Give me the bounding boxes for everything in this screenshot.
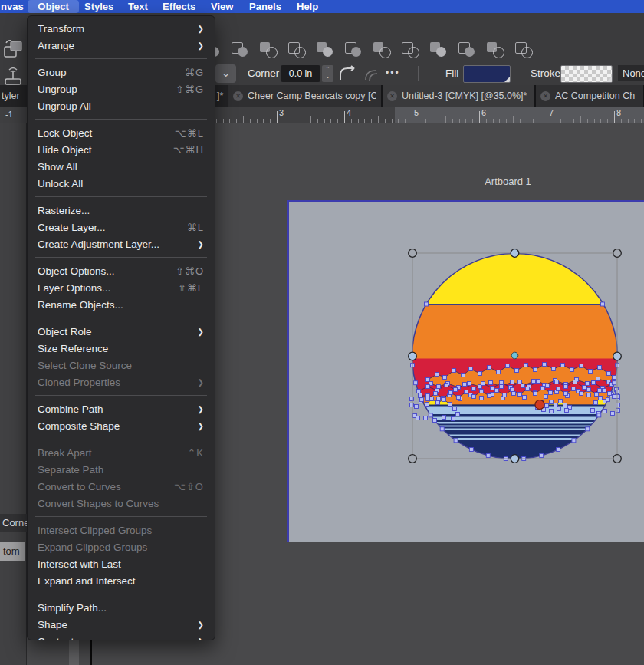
vector-node-handle[interactable]	[415, 405, 419, 409]
vector-node-handle[interactable]	[583, 386, 586, 390]
vector-node-handle[interactable]	[607, 372, 611, 376]
vector-node-handle[interactable]	[449, 391, 453, 395]
vector-node-handle[interactable]	[541, 387, 545, 390]
vector-node-handle[interactable]	[462, 374, 465, 377]
vector-node-handle[interactable]	[426, 403, 429, 407]
vector-node-handle[interactable]	[537, 380, 540, 384]
menubar-item-nvas[interactable]: nvas	[1, 0, 24, 13]
vector-node-handle[interactable]	[424, 416, 428, 420]
shape-operation-icon[interactable]	[400, 40, 420, 60]
vector-node-handle[interactable]	[613, 376, 616, 380]
vector-node-handle[interactable]	[437, 397, 441, 401]
shape-operation-icon[interactable]	[230, 40, 250, 60]
left-panel-bottom-option[interactable]: tom	[0, 542, 25, 561]
vector-node-handle[interactable]	[500, 381, 504, 385]
vector-node-handle[interactable]	[518, 393, 522, 397]
shape-operation-icon[interactable]	[287, 40, 307, 60]
vector-node-handle[interactable]	[452, 417, 455, 421]
vector-node-handle[interactable]	[489, 381, 493, 385]
shape-operation-icon[interactable]	[514, 40, 534, 60]
vector-node-handle[interactable]	[433, 419, 437, 423]
menubar-item-help[interactable]: Help	[297, 0, 318, 13]
vector-node-handle[interactable]	[550, 410, 554, 413]
shape-operation-icon[interactable]	[429, 40, 449, 60]
selection-handle-top-mid[interactable]	[511, 249, 519, 258]
vector-node-handle[interactable]	[437, 385, 441, 389]
vector-node-handle[interactable]	[468, 382, 472, 386]
vector-node-handle[interactable]	[417, 390, 421, 393]
document-tab-partial[interactable]: ]*	[217, 85, 223, 107]
menu-item-arrange[interactable]: Arrange❯	[28, 37, 215, 54]
vector-node-handle[interactable]	[420, 398, 424, 402]
vector-node-handle[interactable]	[426, 378, 430, 382]
vector-node-handle[interactable]	[532, 380, 536, 384]
vector-node-handle[interactable]	[495, 389, 499, 393]
vector-node-handle[interactable]	[601, 302, 605, 306]
vector-node-handle[interactable]	[503, 393, 507, 397]
panel-scrollbar[interactable]	[69, 640, 79, 665]
vector-node-handle[interactable]	[436, 401, 440, 405]
vector-node-handle[interactable]	[586, 427, 590, 431]
menu-item-simplify-path[interactable]: Simplify Path...	[28, 599, 215, 616]
vector-node-handle[interactable]	[616, 403, 620, 407]
vector-node-handle[interactable]	[497, 370, 501, 374]
stroke-swatch[interactable]	[560, 65, 613, 83]
vector-node-handle[interactable]	[434, 392, 438, 396]
menu-item-hide-object[interactable]: Hide Object⌥⌘H	[28, 141, 215, 158]
shape-operation-icon[interactable]	[315, 40, 335, 60]
tab-close-icon[interactable]: ✕	[233, 91, 243, 101]
menu-item-intersect-with-last[interactable]: Intersect with Last	[28, 555, 215, 572]
menu-item-expand-and-intersect[interactable]: Expand and Intersect	[28, 572, 215, 589]
vector-node-handle[interactable]	[456, 413, 460, 416]
vector-node-handle[interactable]	[552, 367, 556, 371]
vector-node-handle[interactable]	[564, 403, 567, 407]
menubar-item-view[interactable]: View	[211, 0, 233, 13]
vector-node-handle[interactable]	[587, 393, 591, 397]
vector-node-handle[interactable]	[469, 367, 473, 371]
vector-node-handle[interactable]	[425, 302, 429, 306]
vector-node-handle[interactable]	[550, 400, 554, 404]
vector-node-handle[interactable]	[435, 373, 439, 377]
vector-node-handle[interactable]	[523, 396, 527, 400]
vector-node-handle[interactable]	[534, 392, 537, 396]
selection-handle-bottom-left[interactable]	[409, 455, 417, 463]
vector-node-handle[interactable]	[430, 397, 434, 401]
vector-node-handle[interactable]	[511, 380, 514, 384]
shape-operation-icon[interactable]	[485, 40, 505, 60]
vector-node-handle[interactable]	[419, 393, 422, 397]
vector-node-handle[interactable]	[603, 389, 606, 393]
vector-node-handle[interactable]	[597, 413, 601, 417]
menubar-item-object[interactable]: Object	[28, 0, 79, 13]
tab-close-icon[interactable]: ✕	[540, 91, 550, 101]
vector-node-handle[interactable]	[570, 368, 574, 372]
menu-item-create-layer[interactable]: Create Layer...⌘L	[28, 219, 215, 235]
vector-node-handle[interactable]	[442, 416, 446, 420]
corner-type-button[interactable]	[337, 64, 357, 83]
menu-item-content[interactable]: Content❯	[28, 633, 215, 640]
stroke-style-select[interactable]: None	[618, 65, 644, 81]
vector-node-handle[interactable]	[491, 387, 495, 390]
vector-node-handle[interactable]	[565, 409, 569, 413]
vector-node-handle[interactable]	[454, 388, 458, 392]
vector-node-handle[interactable]	[598, 389, 602, 393]
vector-node-handle[interactable]	[546, 384, 550, 388]
artboard-title[interactable]: Artboard 1	[441, 176, 575, 187]
vector-node-handle[interactable]	[445, 384, 449, 387]
menu-item-ungroup-all[interactable]: Ungroup All	[28, 97, 215, 114]
vector-node-handle[interactable]	[596, 377, 600, 381]
menu-item-combine-path[interactable]: Combine Path❯	[28, 400, 215, 417]
vector-node-handle[interactable]	[587, 388, 591, 392]
transform-tool-icon[interactable]	[2, 38, 26, 61]
vector-node-handle[interactable]	[557, 407, 561, 411]
more-options-button[interactable]: •••	[386, 64, 400, 83]
vector-node-handle[interactable]	[559, 400, 563, 403]
vector-node-handle[interactable]	[616, 409, 620, 413]
menubar-item-effects[interactable]: Effects	[163, 0, 196, 13]
menubar-item-text[interactable]: Text	[128, 0, 148, 13]
menubar-item-panels[interactable]: Panels	[249, 0, 281, 13]
vector-node-handle[interactable]	[488, 366, 491, 370]
selection-handle-bottom-right[interactable]	[613, 455, 622, 463]
vector-node-handle[interactable]	[561, 364, 565, 367]
vector-node-handle[interactable]	[586, 382, 590, 386]
vector-node-handle[interactable]	[478, 372, 482, 376]
